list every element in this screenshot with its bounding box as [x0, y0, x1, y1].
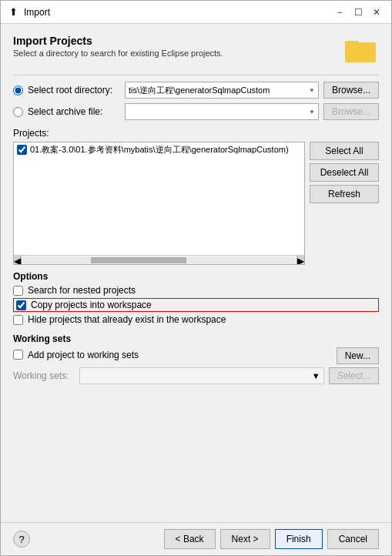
options-title: Options [13, 271, 379, 282]
help-button[interactable]: ? [13, 531, 30, 548]
archive-file-row: Select archive file: ▼ Browse... [13, 103, 379, 120]
search-nested-checkbox[interactable] [13, 286, 23, 296]
add-ws-label[interactable]: Add project to working sets [28, 350, 139, 360]
ws-combo[interactable]: ▼ [79, 367, 324, 384]
minimize-button[interactable]: − [331, 4, 348, 21]
projects-list[interactable]: 01.教案-3.0\01.参考资料\mybatis\逆向工程\generator… [13, 142, 305, 265]
root-dir-arrow: ▼ [307, 87, 315, 94]
refresh-button[interactable]: Refresh [310, 185, 379, 203]
maximize-button[interactable]: ☐ [350, 4, 367, 21]
horizontal-scrollbar[interactable]: ◀ ▶ [14, 255, 304, 264]
deselect-all-button[interactable]: Deselect All [310, 163, 379, 182]
window-icon: ⬆ [7, 6, 19, 18]
page-header: Import Projects Select a directory to se… [13, 35, 379, 65]
archive-arrow: ▼ [307, 109, 315, 116]
browse-archive-button[interactable]: Browse... [323, 103, 379, 120]
back-button[interactable]: < Back [164, 529, 216, 549]
project-name: 01.教案-3.0\01.参考资料\mybatis\逆向工程\generator… [30, 144, 289, 156]
archive-file-combo[interactable]: ▼ [125, 103, 319, 120]
hide-existing-checkbox[interactable] [13, 315, 23, 325]
projects-label: Projects: [13, 128, 379, 139]
ws-label: Working sets: [13, 370, 75, 381]
scroll-left-arrow[interactable]: ◀ [14, 256, 22, 265]
hide-existing-row: Hide projects that already exist in the … [13, 314, 379, 325]
archive-file-radio[interactable] [13, 107, 23, 117]
page-title: Import Projects [13, 35, 223, 47]
scrollbar-thumb[interactable] [91, 257, 186, 263]
copy-workspace-label[interactable]: Copy projects into workspace [31, 300, 152, 310]
root-dir-section: Select root directory: tis\逆向工程\generato… [13, 82, 379, 125]
archive-file-label[interactable]: Select archive file: [28, 106, 120, 117]
page-header-text: Import Projects Select a directory to se… [13, 35, 223, 58]
select-all-button[interactable]: Select All [310, 142, 379, 160]
copy-workspace-checkbox[interactable] [16, 300, 26, 310]
working-sets-section: Working sets Add project to working sets… [13, 333, 379, 384]
title-bar-left: ⬆ Import [7, 6, 50, 18]
ws-combo-arrow: ▼ [312, 371, 320, 380]
new-ws-button[interactable]: New... [337, 347, 379, 364]
search-nested-row: Search for nested projects [13, 285, 379, 296]
title-bar: ⬆ Import − ☐ ✕ [1, 1, 391, 24]
root-dir-label[interactable]: Select root directory: [28, 85, 120, 95]
options-section: Options Search for nested projects Copy … [13, 271, 379, 327]
scrollbar-track[interactable] [23, 257, 295, 263]
add-ws-row: Add project to working sets [13, 350, 139, 360]
copy-workspace-row: Copy projects into workspace [13, 298, 379, 312]
root-dir-combo[interactable]: tis\逆向工程\generatorSqlmapCustom ▼ [125, 82, 319, 99]
add-ws-checkbox[interactable] [13, 350, 23, 360]
add-working-sets-row: Add project to working sets New... [13, 347, 379, 364]
folder-icon [345, 38, 376, 62]
finish-button[interactable]: Finish [275, 529, 323, 549]
content-area: Import Projects Select a directory to se… [1, 24, 391, 522]
cancel-button[interactable]: Cancel [327, 529, 379, 549]
title-controls: − ☐ ✕ [331, 4, 385, 21]
search-nested-label[interactable]: Search for nested projects [28, 285, 136, 296]
select-ws-button[interactable]: Select... [329, 367, 379, 384]
root-dir-value: tis\逆向工程\generatorSqlmapCustom [129, 85, 307, 96]
next-button[interactable]: Next > [220, 529, 270, 549]
scroll-right-arrow[interactable]: ▶ [297, 256, 304, 265]
ws-input-row: Working sets: ▼ Select... [13, 367, 379, 384]
root-dir-radio[interactable] [13, 85, 23, 95]
separator [13, 75, 379, 75]
import-window: ⬆ Import − ☐ ✕ Import Projects Select a … [0, 0, 392, 556]
eclipse-icon [342, 35, 379, 65]
bottom-bar: ? < Back Next > Finish Cancel [1, 522, 391, 555]
working-sets-title: Working sets [13, 333, 379, 344]
project-checkbox[interactable] [17, 145, 27, 155]
close-button[interactable]: ✕ [368, 4, 385, 21]
projects-buttons: Select All Deselect All Refresh [310, 142, 379, 265]
nav-buttons: < Back Next > Finish Cancel [164, 529, 379, 549]
page-subtitle: Select a directory to search for existin… [13, 49, 223, 58]
window-title: Import [24, 7, 50, 18]
projects-area: 01.教案-3.0\01.参考资料\mybatis\逆向工程\generator… [13, 142, 379, 265]
browse-root-button[interactable]: Browse... [323, 82, 379, 99]
list-item: 01.教案-3.0\01.参考资料\mybatis\逆向工程\generator… [14, 142, 304, 157]
projects-section: Projects: 01.教案-3.0\01.参考资料\mybatis\逆向工程… [13, 128, 379, 265]
root-dir-row: Select root directory: tis\逆向工程\generato… [13, 82, 379, 99]
hide-existing-label[interactable]: Hide projects that already exist in the … [28, 314, 226, 325]
